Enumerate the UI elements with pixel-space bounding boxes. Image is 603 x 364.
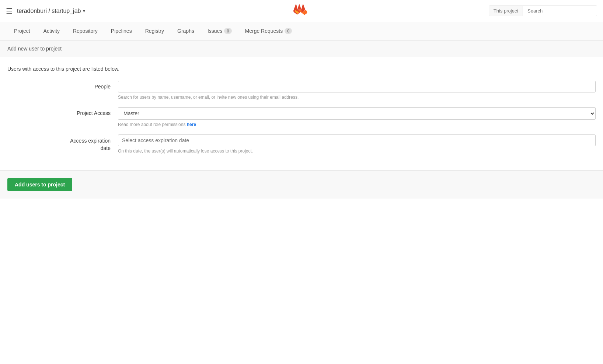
project-title: teradonburi / startup_jab ▾ <box>17 8 85 14</box>
add-users-button[interactable]: Add users to project <box>7 178 72 191</box>
nav-item-repository[interactable]: Repository <box>66 22 104 41</box>
footer-section: Add users to project <box>0 170 603 199</box>
expiry-label-line1: Access expiration <box>70 138 111 144</box>
search-area: This project <box>489 6 597 16</box>
expiry-label-line2: date <box>101 145 111 151</box>
people-field: Search for users by name, username, or e… <box>118 81 596 100</box>
nav-item-activity[interactable]: Activity <box>37 22 66 41</box>
permissions-link[interactable]: here <box>187 122 196 127</box>
project-name-text[interactable]: teradonburi / startup_jab <box>17 8 81 14</box>
nav-item-merge-requests[interactable]: Merge Requests 0 <box>238 22 299 41</box>
hamburger-icon[interactable]: ☰ <box>6 7 13 15</box>
access-expiration-input[interactable] <box>118 134 596 146</box>
section-header: Add new user to project <box>0 41 603 57</box>
project-access-label: Project Access <box>7 107 118 116</box>
project-access-select[interactable]: Guest Reporter Developer Master Owner <box>118 107 596 120</box>
second-nav: Project Activity Repository Pipelines Re… <box>0 22 603 41</box>
people-hint: Search for users by name, username, or e… <box>118 95 596 100</box>
top-nav: ☰ teradonburi / startup_jab ▾ This proje… <box>0 0 603 22</box>
permissions-text: Read more about role permissions <box>118 122 187 127</box>
expiration-hint: On this date, the user(s) will automatic… <box>118 148 596 154</box>
issues-badge: 0 <box>224 28 231 34</box>
access-expiration-field: On this date, the user(s) will automatic… <box>118 134 596 154</box>
project-access-field: Guest Reporter Developer Master Owner Re… <box>118 107 596 127</box>
project-access-row: Project Access Guest Reporter Developer … <box>7 107 596 127</box>
merge-requests-badge: 0 <box>285 28 292 34</box>
intro-text: Users with access to this project are li… <box>7 66 596 72</box>
nav-item-project[interactable]: Project <box>7 22 37 41</box>
this-project-label: This project <box>489 6 523 16</box>
section-title: Add new user to project <box>7 46 62 52</box>
people-row: People Search for users by name, usernam… <box>7 81 596 100</box>
main-content: Add new user to project Users with acces… <box>0 41 603 199</box>
nav-item-issues[interactable]: Issues 0 <box>201 22 238 41</box>
form-section: Users with access to this project are li… <box>0 57 603 170</box>
chevron-down-icon[interactable]: ▾ <box>83 8 85 14</box>
access-expiration-label: Access expiration date <box>7 134 118 152</box>
nav-item-pipelines[interactable]: Pipelines <box>104 22 139 41</box>
permissions-hint: Read more about role permissions here <box>118 122 596 127</box>
people-label: People <box>7 81 118 90</box>
nav-item-graphs[interactable]: Graphs <box>171 22 201 41</box>
search-input[interactable] <box>523 6 597 16</box>
gitlab-logo[interactable] <box>293 3 310 19</box>
nav-item-registry[interactable]: Registry <box>139 22 171 41</box>
people-input[interactable] <box>118 81 596 92</box>
access-expiration-row: Access expiration date On this date, the… <box>7 134 596 154</box>
